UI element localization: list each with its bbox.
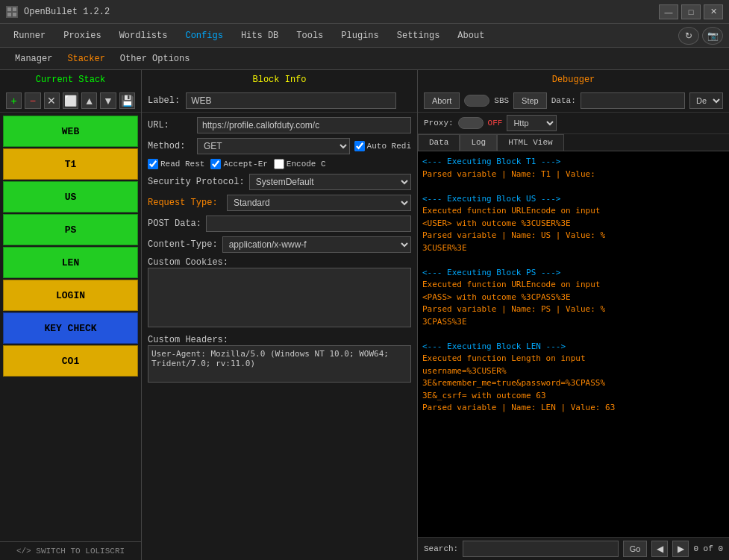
data-input[interactable] [581, 92, 685, 109]
switch-loli-button[interactable]: </> SWITCH TO LOLISCRI [0, 541, 141, 560]
menu-proxies[interactable]: Proxies [56, 28, 108, 44]
options-checkboxes-row: Read Rest Accept-Er Encode C [148, 159, 411, 169]
search-input[interactable] [463, 541, 618, 557]
sbs-toggle[interactable] [464, 95, 489, 107]
menu-about[interactable]: About [450, 28, 492, 44]
sbs-label: SBS [494, 96, 509, 105]
stack-item-us[interactable]: US [3, 181, 138, 213]
menu-configs[interactable]: Configs [178, 28, 230, 44]
remove-block-button[interactable]: − [25, 92, 40, 109]
menu-bar: Runner Proxies Wordlists Configs Hits DB… [0, 24, 729, 48]
search-next-button[interactable]: ▶ [672, 541, 689, 557]
accept-er-checkbox[interactable] [210, 159, 221, 169]
menu-runner[interactable]: Runner [6, 28, 53, 44]
de-select[interactable]: De [689, 92, 723, 109]
svg-rect-2 [7, 13, 11, 16]
auto-redirect-checkbox[interactable] [354, 141, 365, 151]
close-button[interactable]: ✕ [704, 4, 723, 19]
proxy-off-label: OFF [488, 119, 503, 128]
maximize-button[interactable]: □ [681, 4, 701, 19]
stack-item-login[interactable]: LOGIN [3, 280, 138, 311]
app-icon [6, 6, 18, 18]
menu-hitsdb[interactable]: Hits DB [234, 28, 286, 44]
move-up-button[interactable]: ▲ [81, 92, 97, 109]
sub-menu-other-options[interactable]: Other Options [114, 51, 196, 66]
output-line-15: username=%3CUSER% [422, 365, 725, 378]
label-input[interactable] [186, 92, 396, 109]
debugger-tabs: Data Log HTML View [418, 134, 729, 151]
svg-rect-0 [7, 7, 11, 11]
camera-button[interactable]: 📷 [702, 27, 723, 45]
post-data-label: POST Data: [148, 218, 201, 229]
search-row: Search: Go ◀ ▶ 0 of 0 [418, 537, 729, 560]
move-down-button[interactable]: ▼ [100, 92, 116, 109]
output-line-2: Parsed variable | Name: T1 | Value: [422, 169, 725, 181]
request-type-select[interactable]: Standard Multipart Raw [227, 195, 411, 211]
stack-item-co1[interactable]: CO1 [3, 345, 138, 377]
url-row: URL: [148, 117, 411, 133]
menu-tools[interactable]: Tools [289, 28, 331, 44]
encode-c-checkbox[interactable] [274, 159, 284, 169]
stack-item-len[interactable]: LEN [3, 247, 138, 278]
sub-menu-bar: Manager Stacker Other Options [0, 48, 729, 70]
stack-item-keycheck[interactable]: KEY CHECK [3, 312, 138, 344]
step-button[interactable]: Step [513, 92, 547, 109]
label-field-label: Label: [148, 95, 180, 106]
tab-data[interactable]: Data [418, 134, 460, 151]
post-data-input[interactable] [206, 215, 411, 232]
output-line-7: 3CUSER%3E [422, 242, 725, 255]
go-button[interactable]: Go [623, 541, 648, 557]
debugger-toolbar: Abort SBS Step Data: De [418, 89, 729, 113]
custom-cookies-section: Custom Cookies: [148, 257, 411, 330]
sub-menu-manager[interactable]: Manager [9, 51, 58, 66]
url-label: URL: [148, 120, 193, 130]
stack-toolbar: + − ✕ ⬜ ▲ ▼ 💾 [0, 89, 141, 113]
save-stack-button[interactable]: 💾 [119, 92, 135, 109]
add-block-button[interactable]: + [6, 92, 22, 109]
stack-item-ps[interactable]: PS [3, 214, 138, 245]
custom-headers-section: Custom Headers: User-Agent: Mozilla/5.0 … [148, 335, 411, 386]
block-info-title: Block Info [142, 70, 417, 89]
method-row: Method: GET POST PUT DELETE Auto Redi [148, 138, 411, 154]
output-line-17: 3E&_csrf= with outcome 63 [422, 390, 725, 403]
url-input[interactable] [197, 117, 411, 133]
main-content: Current Stack + − ✕ ⬜ ▲ ▼ 💾 WEB T1 US PS… [0, 70, 729, 560]
output-line-14: Executed function Length on input [422, 353, 725, 365]
method-select[interactable]: GET POST PUT DELETE [197, 138, 350, 154]
clear-stack-button[interactable]: ✕ [44, 92, 60, 109]
debugger-title: Debugger [418, 70, 729, 89]
security-protocol-select[interactable]: SystemDefault TLS 1.0 TLS 1.1 TLS 1.2 [249, 174, 411, 190]
proxy-label: Proxy: [424, 119, 454, 128]
tab-log[interactable]: Log [460, 134, 497, 151]
search-prev-button[interactable]: ◀ [651, 541, 668, 557]
stack-list: WEB T1 US PS LEN LOGIN KEY CHECK CO1 [0, 113, 141, 541]
read-rest-checkbox[interactable] [148, 159, 158, 169]
output-line-4: Executed function URLEncode on input [422, 205, 725, 218]
menu-settings[interactable]: Settings [389, 28, 448, 44]
menu-wordlists[interactable]: Wordlists [112, 28, 175, 44]
menu-plugins[interactable]: Plugins [334, 28, 386, 44]
content-type-select[interactable]: application/x-www-f application/json tex… [222, 236, 411, 253]
proxy-toggle[interactable] [458, 117, 484, 129]
block-body: URL: Method: GET POST PUT DELETE Auto Re… [142, 113, 417, 560]
custom-cookies-textarea[interactable] [148, 268, 411, 327]
http-select[interactable]: Http Socks4 Socks5 [507, 115, 557, 131]
middle-panel: Block Info Label: URL: Method: GET POST … [142, 70, 418, 560]
stack-item-t1[interactable]: T1 [3, 148, 138, 180]
sub-menu-stacker[interactable]: Stacker [61, 51, 110, 66]
refresh-button[interactable]: ↻ [678, 27, 699, 45]
request-type-row: Request Type: Standard Multipart Raw [148, 195, 411, 211]
tab-html-view[interactable]: HTML View [497, 134, 563, 151]
custom-headers-textarea[interactable]: User-Agent: Mozilla/5.0 (Windows NT 10.0… [148, 345, 411, 383]
debug-output: <--- Executing Block T1 ---> Parsed vari… [418, 151, 729, 537]
output-line-9: Executed function URLEncode on input [422, 279, 725, 292]
output-line-3: <--- Executing Block US ---> [422, 193, 725, 206]
output-line-18: Parsed variable | Name: LEN | Value: 63 [422, 402, 725, 415]
copy-block-button[interactable]: ⬜ [63, 92, 78, 109]
output-line-13: <--- Executing Block LEN ---> [422, 341, 725, 353]
minimize-button[interactable]: — [659, 4, 678, 19]
abort-button[interactable]: Abort [424, 92, 460, 109]
output-line-10: <PASS> with outcome %3CPASS%3E [422, 292, 725, 304]
stack-item-web[interactable]: WEB [3, 116, 138, 147]
accept-er-checkbox-item: Accept-Er [210, 159, 267, 169]
